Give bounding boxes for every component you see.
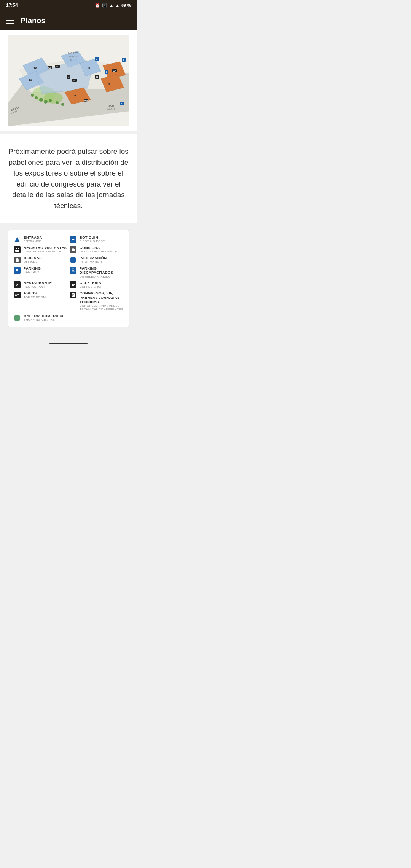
status-bar: 17:54 ⏰ 📳 ▲ ▲ 69 %	[0, 0, 137, 11]
signal-icon: ▲	[115, 3, 119, 8]
vibrate-icon: 📳	[102, 3, 107, 8]
svg-text:10: 10	[33, 67, 37, 70]
consigna-icon	[69, 246, 77, 254]
svg-point-20	[39, 98, 43, 102]
botiquin-icon: +	[69, 236, 77, 243]
list-item: OFICINAS OFFICES	[13, 256, 68, 264]
legend-section: ENTRADA ENTRANCE + BOTIQUÍN FIRST AID PO…	[0, 223, 137, 340]
svg-text:6: 6	[108, 82, 110, 85]
list-item: REGISTRO VISITANTES VISITOR REGISTRATION	[13, 246, 68, 254]
svg-text:P: P	[123, 59, 124, 61]
status-time: 17:54	[6, 3, 18, 8]
svg-text:NORTE: NORTE	[68, 52, 78, 54]
description-text: Próximamente podrá pulsar sobre los pabe…	[8, 146, 129, 211]
svg-point-21	[44, 100, 48, 104]
svg-text:WC: WC	[73, 80, 76, 82]
svg-line-67	[74, 271, 74, 272]
galeria-icon	[13, 314, 21, 322]
parking-discapacitados-icon	[69, 266, 77, 274]
svg-point-23	[35, 96, 38, 99]
legend-grid: ENTRADA ENTRANCE + BOTIQUÍN FIRST AID PO…	[13, 235, 124, 322]
svg-rect-69	[72, 284, 73, 285]
svg-text:11: 11	[29, 78, 32, 81]
list-item: GALERÍA COMERCIAL SHOPPING CENTRE	[13, 314, 68, 322]
restaurante-icon: ✕	[13, 281, 21, 289]
svg-text:5: 5	[88, 67, 90, 70]
galeria-text: GALERÍA COMERCIAL SHOPPING CENTRE	[24, 314, 65, 322]
menu-button[interactable]	[6, 18, 14, 24]
aseos-icon: WC	[13, 291, 21, 299]
status-icons: ⏰ 📳 ▲ ▲ 69 %	[95, 3, 131, 8]
registro-icon	[13, 246, 21, 254]
cafeteria-icon	[69, 281, 77, 289]
list-item: + BOTIQUÍN FIRST AID POST	[69, 235, 124, 243]
svg-point-22	[49, 99, 52, 102]
cafeteria-text: CAFETERÍA COFFEE SHOP	[80, 281, 103, 289]
svg-rect-62	[16, 258, 18, 260]
alarm-icon: ⏰	[95, 3, 100, 8]
svg-rect-55	[16, 248, 17, 249]
list-item: WC ASEOS TOILET ROOM	[13, 291, 68, 311]
informacion-icon: i	[69, 256, 77, 264]
svg-rect-57	[15, 250, 19, 252]
list-item: CONSIGNA LEFT-LUGGAGE OFFICE	[69, 246, 124, 254]
venue-map[interactable]: 10 11 3 5 8 6 7	[8, 35, 129, 126]
legend-box: ENTRADA ENTRANCE + BOTIQUÍN FIRST AID PO…	[8, 230, 129, 327]
svg-text:WC: WC	[84, 100, 88, 102]
list-item: ENTRADA ENTRANCE	[13, 235, 68, 243]
informacion-text: INFORMACIÓN INFORMATION	[80, 256, 107, 264]
top-bar: Planos	[0, 11, 137, 30]
svg-text:P: P	[96, 58, 97, 61]
list-item: CONGRESOS, VIP, PRENSA / JORNADAS TÉCNIC…	[69, 291, 124, 311]
list-item: ✕ RESTAURANTE RESTAURANT	[13, 281, 68, 289]
svg-text:WC: WC	[113, 70, 116, 72]
consigna-text: CONSIGNA LEFT-LUGGAGE OFFICE	[80, 246, 117, 254]
svg-text:7: 7	[74, 94, 76, 98]
restaurante-text: RESTAURANTE RESTAURANT	[24, 281, 52, 289]
svg-point-60	[73, 250, 73, 251]
svg-text:P: P	[121, 103, 122, 105]
list-item: i INFORMACIÓN INFORMATION	[69, 256, 124, 264]
parking-disc-text: PARKING DISCAPACITADOS DISABLED PARKING	[80, 266, 124, 278]
list-item: CAFETERÍA COFFEE SHOP	[69, 281, 124, 289]
svg-text:+: +	[105, 70, 107, 74]
description-section: Próximamente podrá pulsar sobre los pabe…	[0, 134, 137, 223]
entrada-icon	[13, 236, 21, 243]
entrada-text: ENTRADA ENTRANCE	[24, 235, 42, 243]
list-item: PARKING DISCAPACITADOS DISABLED PARKING	[69, 266, 124, 278]
page-title: Planos	[21, 16, 46, 25]
map-section: 10 11 3 5 8 6 7	[0, 30, 137, 131]
home-indicator[interactable]	[49, 343, 88, 344]
parking-icon: P	[13, 266, 21, 274]
list-item: P PARKING CAR PARK	[13, 266, 68, 278]
svg-point-24	[31, 94, 34, 97]
oficinas-icon	[13, 256, 21, 264]
congresos-icon	[69, 291, 77, 299]
svg-text:SOUTH: SOUTH	[107, 108, 115, 110]
svg-point-63	[73, 268, 74, 270]
bottom-bar	[0, 340, 137, 347]
aseos-text: ASEOS TOILET ROOM	[24, 291, 46, 299]
svg-rect-59	[72, 248, 74, 249]
svg-point-25	[56, 101, 59, 104]
svg-text:✕: ✕	[67, 76, 70, 78]
svg-point-26	[61, 103, 64, 106]
svg-text:NORTH: NORTH	[69, 55, 77, 57]
svg-text:✕: ✕	[96, 76, 98, 78]
svg-text:SUR: SUR	[108, 104, 114, 107]
botiquin-text: BOTIQUÍN FIRST AID POST	[80, 235, 105, 243]
oficinas-text: OFICINAS OFFICES	[24, 256, 42, 264]
svg-text:WC: WC	[48, 67, 52, 69]
parking-text: PARKING CAR PARK	[24, 266, 41, 274]
svg-line-66	[72, 271, 72, 272]
congresos-text: CONGRESOS, VIP, PRENSA / JORNADAS TÉCNIC…	[80, 291, 124, 311]
registro-text: REGISTRO VISITANTES VISITOR REGISTRATION	[24, 246, 67, 254]
svg-text:WC: WC	[56, 65, 59, 68]
svg-rect-56	[18, 248, 19, 249]
wifi-icon: ▲	[109, 3, 113, 8]
battery-label: 69 %	[121, 3, 131, 8]
